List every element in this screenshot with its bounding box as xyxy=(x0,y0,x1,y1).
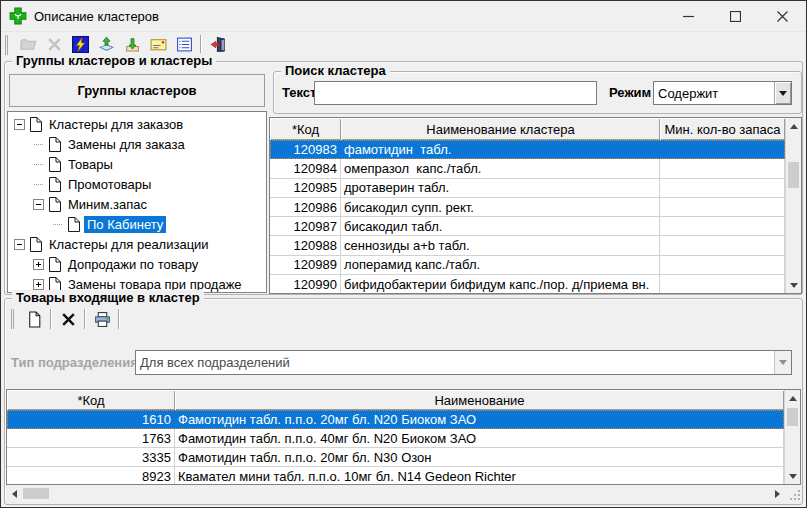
tree-item: Кластеры для реализации xyxy=(8,234,266,254)
tree-item: Допродажи по товару xyxy=(8,254,266,274)
toolbar-separator xyxy=(200,35,202,55)
cell-name xyxy=(660,217,785,236)
cell-name: бисакодил супп. рект. xyxy=(341,198,660,217)
items-groupbox: Товары входящие в кластер Тип подразделе… xyxy=(4,298,803,505)
cell-name: омепразол капс./табл. xyxy=(341,159,660,178)
cell-name: сеннозиды a+b табл. xyxy=(341,236,660,255)
scroll-thumb[interactable] xyxy=(23,488,49,499)
column-header[interactable]: *Код xyxy=(270,118,341,140)
tree-item-label[interactable]: Замены для заказа xyxy=(65,136,188,153)
document-icon xyxy=(48,257,61,272)
document-icon xyxy=(67,217,80,232)
scroll-left-icon[interactable] xyxy=(6,486,22,501)
cell-name xyxy=(660,140,785,159)
cell-name: Фамотидин табл. п.п.о. 20мг бл. N30 Озон xyxy=(175,448,784,467)
minimize-button[interactable] xyxy=(665,1,712,31)
table-row[interactable]: 120983фамотидин табл. xyxy=(270,140,785,159)
groups-button[interactable]: Группы кластеров xyxy=(9,74,265,107)
column-header[interactable]: Наименование xyxy=(175,390,784,410)
tree-item-label[interactable]: Миним.запас xyxy=(65,196,150,213)
expand-plus-icon[interactable] xyxy=(33,279,44,290)
document-icon xyxy=(48,177,61,192)
mode-combobox[interactable]: Содержит xyxy=(653,81,792,105)
collapse-minus-icon[interactable] xyxy=(14,119,25,130)
items-groupbox-caption: Товары входящие в кластер xyxy=(12,290,204,305)
items-table-vscrollbar[interactable] xyxy=(784,390,800,484)
cell-name xyxy=(660,236,785,255)
table-row[interactable]: 120990бифидобактерии бифидум капс./пор. … xyxy=(270,275,785,293)
window: Описание кластеров xyxy=(0,0,807,508)
tree-item-label[interactable]: Кластеры для заказов xyxy=(46,116,186,133)
search-groupbox-caption: Поиск кластера xyxy=(281,63,390,78)
tree-item-label[interactable]: Промотовары xyxy=(65,176,154,193)
table-row[interactable]: 120986бисакодил супп. рект. xyxy=(270,198,785,217)
scroll-thumb[interactable] xyxy=(787,408,798,426)
tree-item-label[interactable]: По Кабинету xyxy=(84,216,166,233)
delete-x-icon[interactable] xyxy=(55,307,81,331)
cell-code: 1610 xyxy=(7,410,175,429)
column-header[interactable]: Наименование кластера xyxy=(341,118,660,140)
table-row[interactable]: 120987бисакодил табл. xyxy=(270,217,785,236)
scroll-down-icon[interactable] xyxy=(785,468,800,484)
table-row[interactable]: 1610Фамотидин табл. п.п.о. 20мг бл. N20 … xyxy=(7,410,784,429)
tree-item: Замены для заказа xyxy=(8,134,266,154)
document-icon xyxy=(29,237,42,252)
scroll-right-icon[interactable] xyxy=(769,486,785,501)
collapse-minus-icon[interactable] xyxy=(14,239,25,250)
tree-item-label[interactable]: Допродажи по товару xyxy=(65,256,201,273)
chevron-down-icon xyxy=(774,351,791,374)
items-toolbar xyxy=(7,306,800,332)
toolbar-grip[interactable] xyxy=(5,35,11,55)
cell-name: бифидобактерии бифидум капс./пор. д/прие… xyxy=(341,275,660,293)
cluster-tree: Кластеры для заказовЗамены для заказаТов… xyxy=(7,111,267,293)
cluster-table-vscrollbar[interactable] xyxy=(785,118,801,293)
items-table-hscrollbar[interactable] xyxy=(6,486,785,501)
tree-connector xyxy=(34,164,43,165)
table-row[interactable]: 120984омепразол капс./табл. xyxy=(270,159,785,178)
scroll-up-icon[interactable] xyxy=(786,118,801,134)
collapse-minus-icon[interactable] xyxy=(33,199,44,210)
document-icon xyxy=(48,197,61,212)
items-table-main: *КодНаименование1610Фамотидин табл. п.п.… xyxy=(7,390,784,484)
pharmacy-cross-icon xyxy=(9,7,27,25)
items-toolbar-grip[interactable] xyxy=(11,309,17,329)
table-row[interactable]: 8923Квамател мини табл. п.п.о. 10мг бл. … xyxy=(7,467,784,484)
mode-combobox-value: Содержит xyxy=(654,86,774,101)
cell-code: 120984 xyxy=(270,159,341,178)
close-button[interactable] xyxy=(759,1,806,31)
column-header[interactable]: *Код xyxy=(7,390,175,410)
column-header[interactable]: Мин. кол-во запаса xyxy=(660,118,785,140)
tree-connector xyxy=(34,144,43,145)
cluster-table-main: *КодНаименование кластераМин. кол-во зап… xyxy=(270,118,785,293)
cell-name: Квамател мини табл. п.п.о. 10мг бл. N14 … xyxy=(175,467,784,484)
table-row[interactable]: 1763Фамотидин табл. п.п.о. 40мг бл. N20 … xyxy=(7,429,784,448)
tree-item-label[interactable]: Кластеры для реализации xyxy=(46,236,212,253)
tree-connector xyxy=(53,224,62,225)
chevron-down-icon[interactable] xyxy=(774,82,791,104)
table-row[interactable]: 120985дротаверин табл. xyxy=(270,179,785,198)
table-row[interactable]: 3335Фамотидин табл. п.п.о. 20мг бл. N30 … xyxy=(7,448,784,467)
table-row[interactable]: 120988сеннозиды a+b табл. xyxy=(270,236,785,255)
scroll-thumb[interactable] xyxy=(788,162,799,188)
new-document-icon[interactable] xyxy=(21,307,47,331)
cell-code: 8923 xyxy=(7,467,175,484)
search-text-label: Текст xyxy=(282,85,316,100)
cell-code: 1763 xyxy=(7,429,175,448)
search-mode-label: Режим xyxy=(609,85,651,100)
table-row[interactable]: 120989лоперамид капс./табл. xyxy=(270,256,785,275)
expand-plus-icon[interactable] xyxy=(33,259,44,270)
resize-grip[interactable] xyxy=(787,487,801,501)
search-text-input[interactable] xyxy=(314,81,597,105)
scroll-down-icon[interactable] xyxy=(786,277,801,293)
maximize-button[interactable] xyxy=(712,1,759,31)
tree-item-label[interactable]: Товары xyxy=(65,156,116,173)
cluster-table: *КодНаименование кластераМин. кол-во зап… xyxy=(269,117,802,294)
cell-name xyxy=(660,159,785,178)
cell-code: 120986 xyxy=(270,198,341,217)
cell-name xyxy=(660,198,785,217)
printer-icon[interactable] xyxy=(89,307,115,331)
search-groupbox: Поиск кластера Текст Режим Содержит xyxy=(273,71,802,114)
department-type-label: Тип подразделения xyxy=(11,355,138,370)
scroll-up-icon[interactable] xyxy=(785,390,800,406)
cell-code: 120989 xyxy=(270,256,341,275)
